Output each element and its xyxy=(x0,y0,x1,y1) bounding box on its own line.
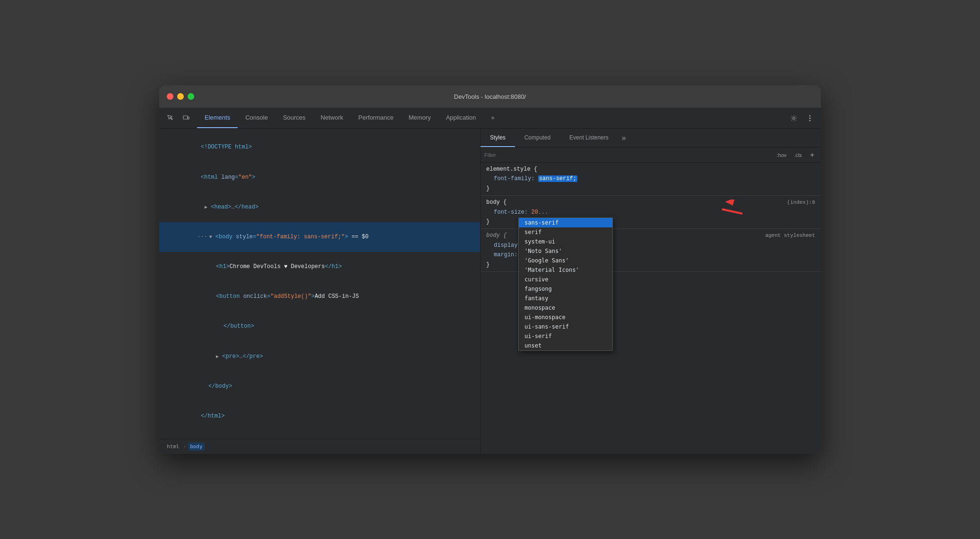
svg-rect-1 xyxy=(188,117,189,119)
svg-point-5 xyxy=(809,120,811,121)
devtools-window: DevTools - localhost:8080/ Elements Cons… xyxy=(159,85,821,454)
dom-line-body-close: </body> xyxy=(159,371,480,401)
css-property-fontsize[interactable]: font-size: 20... xyxy=(494,208,815,217)
tab-network[interactable]: Network xyxy=(313,108,351,128)
tab-memory[interactable]: Memory xyxy=(401,108,438,128)
autocomplete-item-ui-monospace[interactable]: ui-monospace xyxy=(519,313,612,322)
main-toolbar: Elements Console Sources Network Perform… xyxy=(159,108,821,129)
dom-line-doctype: <!DOCTYPE html> xyxy=(159,132,480,162)
autocomplete-dropdown: sans-serif serif system-ui 'Noto Sans' '… xyxy=(518,217,613,351)
autocomplete-item-serif[interactable]: serif xyxy=(519,227,612,237)
dom-line-body[interactable]: ···▼ <body style="font-family: sans-seri… xyxy=(159,222,480,252)
cls-button[interactable]: .cls xyxy=(792,151,804,159)
css-property-font-family[interactable]: font-family: sans-serif; xyxy=(494,174,815,183)
css-selector-element-style[interactable]: element.style { xyxy=(486,165,815,174)
css-source-index: (index):8 xyxy=(787,198,815,207)
styles-panel: Styles Computed Event Listeners » :hov .… xyxy=(481,129,821,454)
css-selector-body-1[interactable]: body { xyxy=(486,198,507,207)
dom-line-button: <button onclick="addStyle()">Add CSS-in-… xyxy=(159,282,480,312)
autocomplete-item-fantasy[interactable]: fantasy xyxy=(519,294,612,303)
styles-tabs: Styles Computed Event Listeners » xyxy=(481,129,821,148)
autocomplete-item-material-icons[interactable]: 'Material Icons' xyxy=(519,265,612,275)
tab-more[interactable]: » xyxy=(483,108,502,128)
toolbar-right-actions xyxy=(783,108,821,128)
autocomplete-item-ui-sans-serif[interactable]: ui-sans-serif xyxy=(519,322,612,331)
css-source-agent: agent stylesheet xyxy=(765,231,815,240)
tab-elements[interactable]: Elements xyxy=(197,108,238,128)
tab-styles[interactable]: Styles xyxy=(481,129,515,147)
svg-point-2 xyxy=(793,117,795,119)
dom-line-html: <html lang="en"> xyxy=(159,162,480,192)
css-rule-close-1: } xyxy=(486,184,815,193)
svg-point-4 xyxy=(809,117,811,119)
autocomplete-item-unset[interactable]: unset xyxy=(519,341,612,350)
close-button[interactable] xyxy=(167,93,173,100)
tab-computed[interactable]: Computed xyxy=(515,129,560,147)
breadcrumb-html[interactable]: html xyxy=(165,443,181,451)
tab-event-listeners[interactable]: Event Listeners xyxy=(560,129,618,147)
window-controls xyxy=(167,93,194,100)
autocomplete-item-ui-serif[interactable]: ui-serif xyxy=(519,331,612,341)
breadcrumb: html › body xyxy=(159,439,480,454)
autocomplete-item-sans-serif[interactable]: sans-serif xyxy=(519,218,612,227)
dom-tree[interactable]: <!DOCTYPE html> <html lang="en"> ▶ <head… xyxy=(159,129,480,439)
autocomplete-item-noto-sans[interactable]: 'Noto Sans' xyxy=(519,246,612,256)
css-selector-body-2[interactable]: body { xyxy=(486,231,507,240)
autocomplete-item-google-sans[interactable]: 'Google Sans' xyxy=(519,256,612,265)
dom-line-button-close: </button> xyxy=(159,312,480,341)
autocomplete-item-system-ui[interactable]: system-ui xyxy=(519,237,612,246)
inspect-icon[interactable] xyxy=(163,111,177,125)
styles-content-wrapper: element.style { font-family: sans-serif;… xyxy=(481,163,821,454)
svg-point-3 xyxy=(809,115,811,116)
main-tabs: Elements Console Sources Network Perform… xyxy=(197,108,502,128)
dom-panel: <!DOCTYPE html> <html lang="en"> ▶ <head… xyxy=(159,129,481,454)
svg-rect-0 xyxy=(183,116,188,119)
breadcrumb-body[interactable]: body xyxy=(188,443,205,451)
settings-icon[interactable] xyxy=(787,111,801,125)
autocomplete-item-fangsong[interactable]: fangsong xyxy=(519,284,612,294)
tab-sources[interactable]: Sources xyxy=(275,108,313,128)
minimize-button[interactable] xyxy=(177,93,184,100)
autocomplete-item-monospace[interactable]: monospace xyxy=(519,303,612,313)
styles-filter-bar: :hov .cls + xyxy=(481,148,821,163)
main-content-area: <!DOCTYPE html> <html lang="en"> ▶ <head… xyxy=(159,129,821,454)
toolbar-icon-group xyxy=(159,108,197,128)
add-style-button[interactable]: + xyxy=(808,150,817,160)
dom-line-html-close: </html> xyxy=(159,401,480,431)
styles-filter-input[interactable] xyxy=(484,152,775,158)
css-rule-element-style: element.style { font-family: sans-serif;… xyxy=(481,163,821,196)
tab-console[interactable]: Console xyxy=(238,108,275,128)
hov-button[interactable]: :hov xyxy=(775,151,789,159)
dom-line-pre[interactable]: ▶ <pre>…</pre> xyxy=(159,341,480,371)
autocomplete-item-cursive[interactable]: cursive xyxy=(519,275,612,284)
tab-styles-more[interactable]: » xyxy=(618,129,630,147)
maximize-button[interactable] xyxy=(188,93,194,100)
more-options-icon[interactable] xyxy=(803,111,817,125)
window-title: DevTools - localhost:8080/ xyxy=(454,93,526,100)
tab-application[interactable]: Application xyxy=(438,108,484,128)
titlebar: DevTools - localhost:8080/ xyxy=(159,85,821,108)
tab-performance[interactable]: Performance xyxy=(351,108,401,128)
device-toggle-icon[interactable] xyxy=(179,111,193,125)
dom-line-head[interactable]: ▶ <head>…</head> xyxy=(159,192,480,222)
dom-line-h1: <h1>Chrome DevTools ♥ Developers</h1> xyxy=(159,252,480,282)
